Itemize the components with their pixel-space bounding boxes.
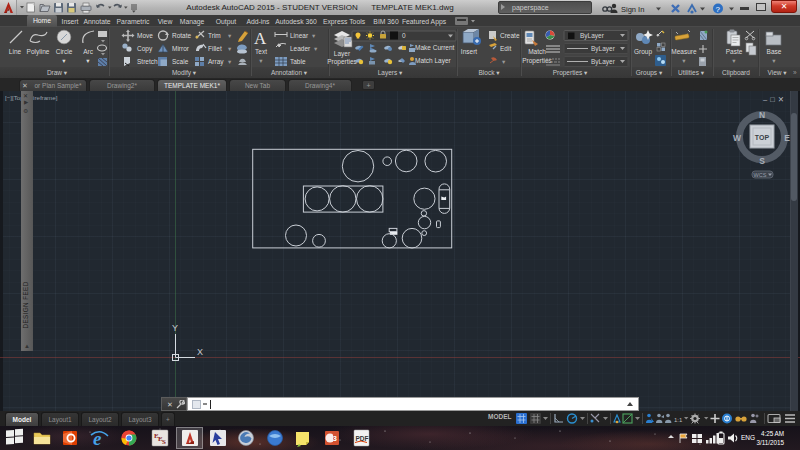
svg-text:Move: Move [137,32,153,39]
svg-text:Match Layer: Match Layer [415,57,452,65]
svg-text:?: ? [716,5,721,14]
svg-text:▾: ▾ [502,58,506,65]
svg-text:Scale: Scale [172,58,189,65]
svg-text:Modify ▾: Modify ▾ [172,69,197,77]
svg-text:Rotate: Rotate [172,32,192,39]
svg-text:X: X [197,347,203,357]
svg-text:View ▾: View ▾ [767,69,787,76]
svg-text:Paste: Paste [726,48,743,55]
svg-text:Groups ▾: Groups ▾ [636,69,663,77]
svg-text:Insert: Insert [461,48,477,55]
svg-text:Annotation ▾: Annotation ▾ [271,69,308,76]
svg-text:Line: Line [9,48,22,55]
svg-text:Properties ▾: Properties ▾ [553,69,588,77]
svg-text:▾: ▾ [228,32,232,39]
svg-text:WCS: WCS [754,172,767,178]
svg-text:Group: Group [634,48,652,56]
svg-text:S: S [162,438,166,446]
svg-text:▾: ▾ [259,57,263,64]
svg-text:▾: ▾ [62,57,66,64]
svg-text:W: W [733,133,742,143]
svg-text:Linear: Linear [290,32,309,39]
svg-text:Sign In: Sign In [621,5,644,14]
svg-text:Y: Y [172,323,178,333]
svg-text:Block ▾: Block ▾ [479,69,501,76]
svg-text:1:1: 1:1 [674,417,683,423]
svg-text:3: 3 [333,434,338,443]
svg-text:Text: Text [255,48,267,55]
svg-text:A: A [254,29,267,48]
svg-text:Match: Match [528,48,546,55]
svg-text:Properties: Properties [327,58,357,66]
svg-text:Circle: Circle [56,48,73,55]
svg-text:Measure: Measure [671,48,697,55]
svg-text:Mirror: Mirror [172,45,190,52]
svg-text:▾: ▾ [86,57,90,64]
svg-text:Fillet: Fillet [208,45,222,52]
svg-text:Clipboard: Clipboard [722,69,750,77]
svg-text:▾: ▾ [228,58,232,65]
svg-text:Make Current: Make Current [415,44,455,51]
svg-text:Polyline: Polyline [27,48,50,56]
svg-text:Array: Array [208,58,224,66]
svg-text:Base: Base [767,48,782,55]
svg-text:N: N [759,110,765,120]
svg-text:Layer: Layer [334,50,351,58]
svg-text:▾: ▾ [732,57,736,64]
svg-text:▾: ▾ [772,57,776,64]
svg-text:▾: ▾ [314,45,318,52]
svg-text:Trim: Trim [208,32,221,39]
svg-text:Utilities ▾: Utilities ▾ [678,69,705,76]
svg-text:Create: Create [500,32,520,39]
svg-text:0: 0 [402,32,406,39]
svg-text:TOP: TOP [755,134,770,141]
svg-text:Copy: Copy [137,45,153,53]
svg-text:E: E [784,133,790,143]
svg-text:ByLayer: ByLayer [591,58,616,66]
svg-text:ByLayer: ByLayer [580,32,605,40]
svg-text:▾: ▾ [312,32,316,39]
svg-text:ByLayer: ByLayer [591,45,616,53]
svg-text:Stretch: Stretch [137,58,158,65]
svg-text:»: » [793,69,797,76]
svg-text:Edit: Edit [500,45,511,52]
svg-text:▾: ▾ [228,45,232,52]
svg-text:S: S [759,156,765,166]
svg-text:Layers ▾: Layers ▾ [378,69,403,77]
svg-text:▾: ▾ [682,57,686,64]
svg-text:Properties: Properties [522,57,552,65]
svg-text:Table: Table [290,58,306,65]
svg-text:Arc: Arc [83,48,94,55]
svg-text:Leader: Leader [290,45,311,52]
svg-text:Draw ▾: Draw ▾ [47,69,68,76]
